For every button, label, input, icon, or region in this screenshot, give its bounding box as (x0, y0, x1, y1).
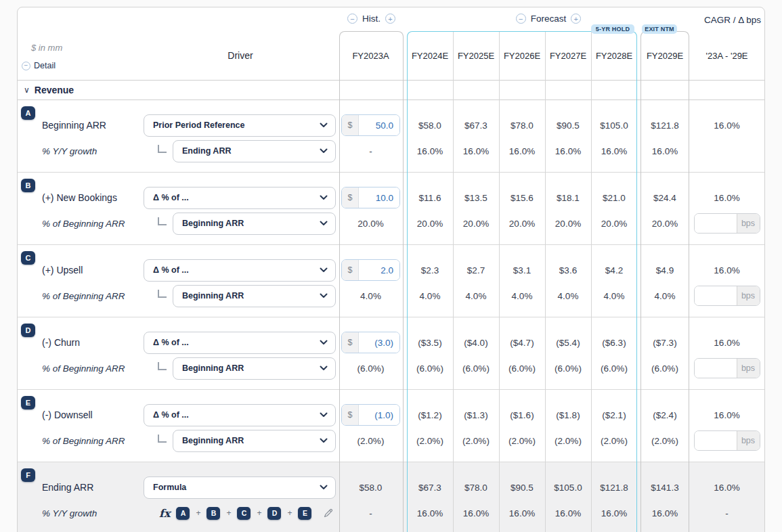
fy2023-value-input[interactable] (359, 405, 399, 425)
forecast-percent: 4.0% (407, 287, 453, 305)
row-label: (-) Downsell (18, 398, 143, 432)
row-label: Ending ARR (18, 470, 143, 504)
forecast-value: ($6.3) (591, 326, 637, 359)
sub-driver-select-value: Beginning ARR (182, 219, 244, 228)
driver-select[interactable]: Δ % of ... (144, 332, 336, 354)
forecast-value: $2.3 (407, 253, 453, 287)
forecast-percent: 4.0% (453, 287, 499, 305)
column-header-fy2025e: FY2025E (453, 31, 499, 80)
bps-value-input[interactable] (695, 359, 737, 378)
sub-driver-select-value: Beginning ARR (182, 363, 244, 373)
fy2023-value-input[interactable] (359, 187, 399, 208)
sub-driver-select[interactable]: Beginning ARR (173, 357, 336, 380)
sub-driver-connector-icon (158, 435, 167, 443)
row-badge-c: C (21, 251, 35, 265)
column-header-fy2024e: FY2024E (407, 31, 453, 80)
forecast-value: ($3.5) (407, 326, 453, 359)
formula-operator: + (257, 508, 261, 518)
edit-formula-pencil-icon[interactable] (323, 508, 334, 518)
chevron-down-icon (320, 365, 328, 371)
bps-value-input[interactable] (695, 286, 737, 305)
formula-editor: fx A + B + C + D + E (143, 504, 338, 522)
fy2023-percent: - (338, 142, 404, 160)
section-collapse-icon[interactable]: ∨ (24, 85, 30, 95)
table-row-churn: D (-) Churn % of Beginning ARR Δ % of ..… (18, 317, 764, 390)
column-header-fy2026e: FY2026E (499, 31, 545, 80)
currency-prefix: $ (342, 260, 359, 280)
forecast-value: ($4.7) (499, 326, 545, 359)
forecast-value: $3.6 (545, 253, 591, 287)
forecast-percent: 4.0% (499, 287, 545, 305)
formula-operator: + (226, 508, 231, 518)
forecast-value: $121.8 (591, 470, 637, 504)
row-sublabel: % Y/Y growth (18, 142, 143, 160)
fy2023-value-input[interactable] (359, 332, 399, 353)
hist-remove-column-icon[interactable]: − (347, 14, 357, 24)
sub-driver-select[interactable]: Beginning ARR (173, 285, 336, 307)
forecast-add-column-icon[interactable]: + (571, 14, 581, 24)
driver-select-value: Prior Period Reference (153, 120, 244, 130)
driver-select[interactable]: Δ % of ... (144, 187, 336, 209)
driver-select-value: Δ % of ... (153, 193, 189, 202)
row-sublabel: % of Beginning ARR (18, 359, 143, 377)
forecast-percent: (6.0%) (545, 359, 591, 377)
fy2023-value-input[interactable] (359, 260, 399, 280)
fy2023-value-input[interactable] (359, 115, 399, 135)
hist-add-column-icon[interactable]: + (385, 14, 395, 24)
forecast-value: $15.6 (499, 181, 545, 215)
column-header-fy2027e: FY2027E (545, 31, 591, 80)
formula-token-a[interactable]: A (176, 507, 190, 520)
bps-value-input[interactable] (695, 431, 737, 450)
exit-percent: 20.0% (640, 215, 689, 232)
sub-driver-select[interactable]: Beginning ARR (173, 430, 336, 452)
currency-prefix: $ (342, 115, 359, 135)
exit-percent: 4.0% (640, 287, 689, 305)
forecast-value: ($2.1) (591, 398, 637, 432)
sub-driver-select[interactable]: Beginning ARR (173, 213, 336, 235)
chevron-down-icon (320, 267, 328, 273)
table-row-downsell: E (-) Downsell % of Beginning ARR Δ % of… (18, 390, 764, 462)
forecast-label: Forecast (531, 14, 567, 24)
model-table-card: − Hist. + − Forecast + CAGR / Δ bps 5-YR… (17, 7, 765, 532)
forecast-value: ($1.6) (499, 398, 545, 432)
bps-suffix: bps (737, 359, 760, 378)
fy2023-value: $58.0 (338, 470, 404, 504)
exit-value: $121.8 (640, 108, 689, 142)
bps-value-input[interactable] (695, 214, 737, 233)
formula-token-e[interactable]: E (298, 507, 311, 520)
driver-select-value: Δ % of ... (153, 265, 189, 275)
hist-label: Hist. (362, 14, 381, 24)
driver-select-value: Formula (153, 483, 186, 492)
row-badge-b: B (21, 179, 35, 192)
section-row-revenue[interactable]: ∨ Revenue (18, 81, 764, 100)
forecast-value: $18.1 (545, 181, 591, 215)
driver-select[interactable]: Formula (144, 476, 336, 499)
forecast-percent: 20.0% (407, 215, 453, 232)
cagr-value: 16.0% (689, 108, 764, 142)
forecast-value: ($5.4) (545, 326, 591, 359)
driver-select[interactable]: Δ % of ... (144, 404, 336, 426)
chevron-down-icon (320, 123, 328, 128)
bps-adjust-input: bps (694, 213, 760, 234)
driver-select[interactable]: Δ % of ... (144, 259, 336, 282)
driver-select[interactable]: Prior Period Reference (144, 114, 336, 137)
cagr-column-header: CAGR / Δ bps (666, 15, 761, 25)
sub-driver-connector-icon (158, 290, 167, 298)
forecast-value: $105.0 (545, 470, 591, 504)
formula-token-c[interactable]: C (237, 507, 251, 520)
chevron-down-icon (320, 412, 328, 418)
forecast-percent: (6.0%) (591, 359, 637, 377)
formula-operator: + (287, 508, 292, 518)
bps-adjust-input: bps (694, 358, 760, 378)
exit-percent: 16.0% (640, 142, 689, 160)
formula-token-b[interactable]: B (207, 507, 220, 520)
forecast-value: $78.0 (499, 108, 545, 142)
formula-token-d[interactable]: D (267, 507, 281, 520)
bps-adjust-input: bps (694, 286, 760, 306)
chevron-down-icon (320, 221, 328, 226)
formula-operator: + (196, 508, 200, 518)
forecast-remove-column-icon[interactable]: − (516, 14, 526, 24)
table-header-main: $ in mm − Detail Driver FY2023A FY2024E … (18, 31, 764, 81)
sub-driver-select[interactable]: Ending ARR (173, 140, 336, 162)
bps-suffix: bps (737, 214, 760, 233)
